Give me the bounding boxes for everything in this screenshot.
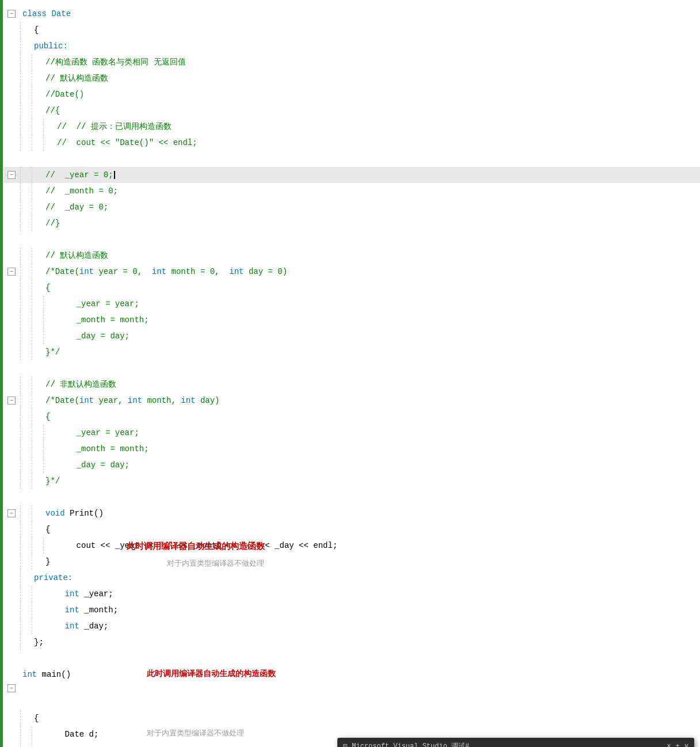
indent-guide (20, 457, 32, 473)
line-content: { (43, 280, 700, 296)
indent-guide (32, 135, 43, 151)
code-line: //} (3, 215, 700, 231)
terminal-close-button[interactable]: × (667, 742, 671, 748)
indent-guide (20, 538, 32, 554)
fold-gutter (3, 328, 20, 344)
indent-guide (20, 473, 32, 489)
fold-gutter (3, 54, 20, 70)
indent-guide (20, 312, 32, 328)
code-line: }*/ (3, 344, 700, 360)
fold-gutter (3, 360, 20, 376)
code-content[interactable]: − class Date { public: //构造函数 函数名与类相同 无返… (3, 0, 700, 747)
indent-guide (43, 119, 55, 135)
line-content: // cout << "Date()" << endl; (55, 135, 700, 151)
code-line (3, 489, 700, 505)
code-line: // // 提示：已调用构造函数 (3, 119, 700, 135)
fold-gutter (3, 312, 20, 328)
code-line: { (3, 710, 700, 726)
annotation-constructor: 此时调用编译器自动生成的构造函数 (127, 541, 265, 552)
line-content: { (32, 22, 700, 38)
fold-gutter (3, 151, 20, 167)
fold-btn[interactable]: − (7, 509, 16, 517)
fold-gutter (3, 38, 20, 54)
line-content: //构造函数 函数名与类相同 无返回值 (43, 54, 700, 70)
indent-guide (20, 328, 32, 344)
indent-guide (20, 54, 32, 70)
indent-guide (32, 473, 43, 489)
fold-gutter (3, 650, 20, 666)
annotation-main: 此时调用编译器自动生成的构造函数 (147, 666, 276, 680)
line-content: //{ (43, 102, 700, 119)
fold-btn[interactable]: − (7, 171, 16, 179)
indent-guide (43, 296, 55, 312)
indent-guide (32, 102, 43, 119)
fold-gutter (3, 602, 20, 618)
indent-guide (20, 135, 32, 151)
fold-gutter[interactable]: − (3, 6, 20, 22)
line-content: // _year = 0; (43, 167, 700, 183)
terminal-plus-button[interactable]: + (676, 742, 680, 748)
line-content: /*Date(int year, int month, int day) (43, 392, 700, 409)
line-content: }*/ (43, 344, 700, 360)
indent-guide (43, 312, 55, 328)
indent-guide (20, 392, 32, 409)
fold-gutter (3, 199, 20, 215)
fold-gutter (3, 231, 20, 247)
fold-btn[interactable]: − (7, 10, 16, 18)
code-line: //Date() (3, 86, 700, 102)
indent-guide (43, 538, 55, 554)
indent-guide (32, 538, 43, 554)
code-line: }*/ (3, 473, 700, 489)
indent-guide (32, 264, 43, 280)
terminal-chevron-button[interactable]: ∨ (684, 742, 688, 747)
indent-guide (32, 409, 43, 425)
indent-guide (20, 409, 32, 425)
code-line: public: (3, 38, 700, 54)
indent-guide (20, 38, 32, 54)
indent-guide (32, 119, 43, 135)
fold-gutter[interactable]: − (3, 167, 20, 183)
indent-guide (32, 441, 43, 457)
fold-btn[interactable]: − (7, 268, 16, 276)
code-line: _year = year; (3, 296, 700, 312)
code-line: //{ (3, 102, 700, 119)
fold-gutter (3, 135, 20, 151)
terminal-title: Microsoft Visual Studio 调试# (352, 741, 662, 747)
indent-guide (20, 22, 32, 38)
indent-guide (32, 215, 43, 231)
indent-guide (20, 521, 32, 538)
fold-gutter (3, 586, 20, 602)
fold-gutter[interactable]: − (3, 264, 20, 280)
indent-guide (20, 280, 32, 296)
line-content (20, 231, 700, 247)
code-line: // _month = 0; (3, 183, 700, 199)
line-content: _month = month; (55, 312, 700, 328)
line-content: _year = year; (55, 425, 700, 441)
fold-gutter (3, 457, 20, 473)
code-line: − /*Date(int year = 0, int month = 0, in… (3, 264, 700, 280)
fold-gutter (3, 247, 20, 264)
fold-gutter (3, 86, 20, 102)
line-content: // // 提示：已调用构造函数 (55, 119, 700, 135)
fold-gutter[interactable]: − (3, 392, 20, 409)
indent-guide (20, 586, 32, 602)
line-content (20, 360, 700, 376)
indent-guide (20, 554, 32, 570)
indent-guide (43, 425, 55, 441)
fold-gutter (3, 280, 20, 296)
fold-btn[interactable]: − (7, 684, 16, 692)
indent-guide (32, 247, 43, 264)
line-content (20, 489, 700, 505)
line-content: int main() 此时调用编译器自动生成的构造函数 (20, 666, 700, 710)
fold-gutter[interactable]: − (3, 505, 20, 521)
line-content: // _day = 0; (43, 199, 700, 215)
code-line: int _month; (3, 602, 700, 618)
indent-guide (20, 726, 32, 747)
fold-gutter (3, 425, 20, 441)
indent-guide (32, 54, 43, 70)
indent-guide (20, 247, 32, 264)
fold-btn[interactable]: − (7, 397, 16, 405)
line-content: // 默认构造函数 (43, 247, 700, 264)
fold-gutter[interactable]: − (3, 666, 20, 710)
indent-guide (20, 264, 32, 280)
